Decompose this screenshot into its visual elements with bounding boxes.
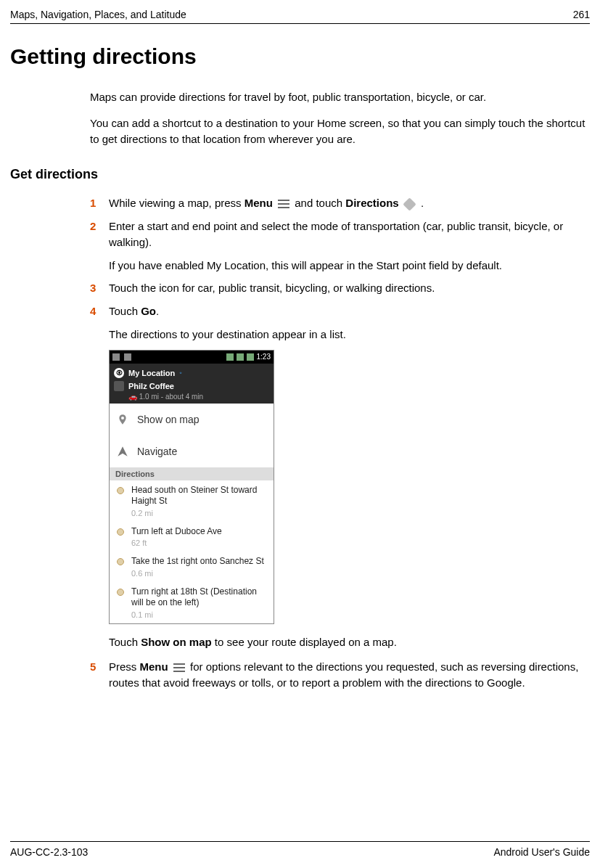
wifi-icon — [237, 353, 244, 361]
step-text: Press — [109, 660, 140, 673]
step-text: to see your route displayed on a map. — [212, 636, 397, 648]
header-page-number: 261 — [573, 9, 590, 20]
svg-rect-1 — [278, 203, 289, 205]
car-icon: 🚗 — [128, 393, 137, 401]
battery-icon — [247, 353, 254, 361]
step-text: and touch — [292, 197, 345, 209]
section-heading: Get directions — [10, 167, 590, 182]
page-footer: AUG-CC-2.3-103 Android User's Guide — [10, 841, 590, 858]
signal-icon — [226, 353, 234, 361]
directions-section-label: Directions — [110, 467, 274, 480]
pin-icon — [117, 414, 128, 425]
show-on-map-row[interactable]: Show on map — [110, 404, 274, 435]
step-text: If you have enabled My Location, this wi… — [109, 258, 590, 274]
phone-screenshot: 1:23 ⦿ My Location ◦ Philz Coffee 🚗 1.0 … — [109, 350, 274, 625]
status-icon — [112, 353, 120, 361]
step-content: Touch Go. The directions to your destina… — [109, 303, 590, 343]
page-title: Getting directions — [10, 44, 590, 69]
destination-sub: 1.0 mi - about 4 min — [139, 393, 203, 401]
direction-distance: 0.2 mi — [131, 509, 274, 522]
destination-label: Philz Coffee — [128, 382, 174, 390]
status-bar: 1:23 — [110, 351, 274, 364]
direction-distance: 0.6 mi — [131, 569, 274, 582]
svg-rect-2 — [278, 207, 289, 208]
location-dot-icon: ◦ — [179, 369, 182, 377]
go-label: Go — [141, 305, 156, 317]
menu-icon — [278, 199, 289, 209]
step-number: 3 — [90, 280, 109, 296]
status-time: 1:23 — [257, 353, 271, 361]
direction-row[interactable]: Turn right at 18th St (Destination will … — [110, 582, 274, 610]
show-on-map-label: Show on map — [137, 414, 200, 425]
step-1: 1 While viewing a map, press Menu and to… — [90, 195, 590, 211]
intro-para-2: You can add a shortcut to a destination … — [90, 115, 590, 147]
step-text: . — [418, 197, 424, 209]
footer-doc-id: AUG-CC-2.3-103 — [10, 846, 88, 858]
directions-icon — [403, 197, 416, 210]
direction-dot-icon — [117, 589, 124, 596]
direction-dot-icon — [117, 528, 124, 536]
menu-label: Menu — [140, 660, 168, 673]
header-section: Maps, Navigation, Places, and Latitude — [10, 9, 186, 20]
direction-text: Turn right at 18th St (Destination will … — [131, 586, 266, 609]
step-text: Enter a start and end point and select t… — [109, 218, 590, 250]
step-4: 4 Touch Go. The directions to your desti… — [90, 303, 590, 343]
intro-para-1: Maps can provide directions for travel b… — [90, 89, 590, 105]
footer-guide: Android User's Guide — [493, 846, 590, 858]
step-number: 1 — [90, 195, 109, 211]
menu-icon — [173, 663, 185, 673]
step-number: 2 — [90, 218, 109, 273]
svg-rect-4 — [173, 667, 185, 668]
direction-text: Turn left at Duboce Ave — [131, 526, 222, 538]
step-2: 2 Enter a start and end point and select… — [90, 218, 590, 273]
step-text: . — [156, 305, 159, 317]
navigate-label: Navigate — [137, 446, 177, 457]
direction-text: Take the 1st right onto Sanchez St — [131, 556, 264, 568]
direction-text: Head south on Steiner St toward Haight S… — [131, 485, 266, 507]
step-text: Touch — [109, 305, 141, 317]
step-5: 5 Press Menu for options relevant to the… — [90, 659, 590, 691]
origin-label: My Location — [128, 369, 175, 377]
menu-label: Menu — [244, 197, 273, 209]
status-icon — [124, 353, 131, 361]
step-text: Touch — [109, 636, 141, 648]
step-content: Enter a start and end point and select t… — [109, 218, 590, 273]
route-header: ⦿ My Location ◦ Philz Coffee 🚗 1.0 mi - … — [110, 364, 274, 404]
directions-label: Directions — [345, 197, 398, 209]
direction-row[interactable]: Head south on Steiner St toward Haight S… — [110, 480, 274, 509]
step-3: 3 Touch the icon for car, public transit… — [90, 280, 590, 296]
step-content: Press Menu for options relevant to the d… — [109, 659, 590, 691]
direction-dot-icon — [117, 487, 124, 494]
svg-rect-0 — [278, 200, 289, 201]
step-text: Touch the icon for car, public transit, … — [109, 280, 590, 296]
destination-icon — [114, 381, 124, 391]
svg-rect-5 — [173, 671, 185, 672]
show-on-map-bold: Show on map — [141, 636, 212, 648]
page-header: Maps, Navigation, Places, and Latitude 2… — [10, 9, 590, 24]
step-content: While viewing a map, press Menu and touc… — [109, 195, 590, 211]
origin-icon: ⦿ — [114, 368, 124, 378]
svg-rect-3 — [173, 663, 185, 665]
step-text: While viewing a map, press — [109, 197, 244, 209]
navigate-row[interactable]: Navigate — [110, 435, 274, 467]
navigate-icon — [117, 446, 128, 457]
step-number: 5 — [90, 659, 109, 691]
step-text: The directions to your destination appea… — [109, 327, 590, 343]
step-number: 4 — [90, 303, 109, 343]
direction-row[interactable]: Take the 1st right onto Sanchez St — [110, 552, 274, 569]
direction-dot-icon — [117, 558, 124, 565]
step-4-followup: Touch Show on map to see your route disp… — [109, 634, 590, 650]
direction-row[interactable]: Turn left at Duboce Ave — [110, 522, 274, 539]
direction-distance: 62 ft — [131, 539, 274, 552]
direction-distance: 0.1 mi — [131, 610, 274, 623]
